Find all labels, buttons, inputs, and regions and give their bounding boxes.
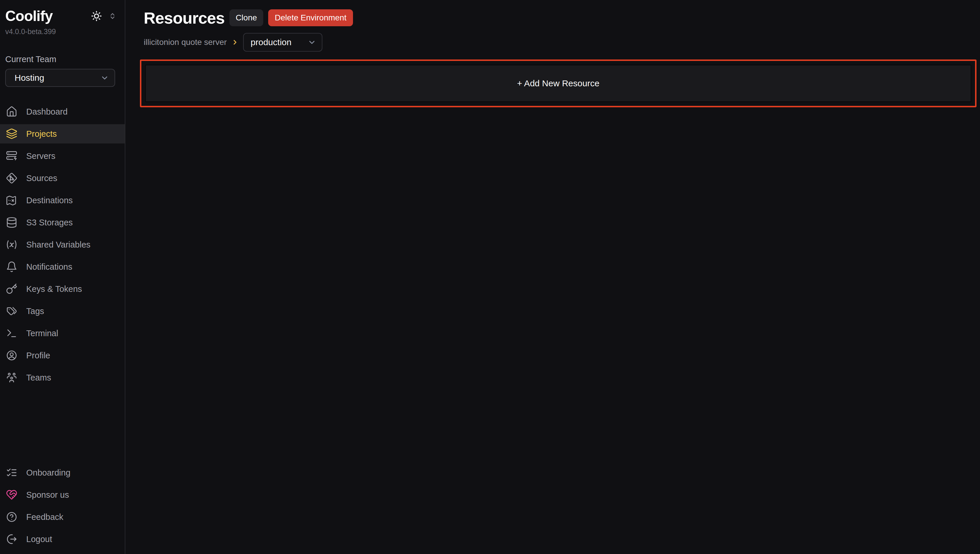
sidebar-item-destinations[interactable]: Destinations [0,191,125,210]
heart-handshake-icon [6,489,18,501]
map-icon [6,194,18,206]
sidebar-item-sponsor-us[interactable]: Sponsor us [0,485,125,505]
sidebar-item-notifications[interactable]: Notifications [0,257,125,276]
sidebar-item-onboarding[interactable]: Onboarding [0,463,125,482]
server-bolt-icon [6,150,18,162]
environment-select-value: production [251,37,291,47]
sidebar-item-label: Sources [26,174,57,183]
sidebar-footer-nav: OnboardingSponsor usFeedbackLogout [0,463,125,554]
sidebar-item-label: Projects [26,129,57,139]
sidebar-item-terminal[interactable]: Terminal [0,324,125,343]
add-resource-highlight-ring: + Add New Resource [140,59,977,107]
sidebar-item-teams[interactable]: Teams [0,368,125,387]
sidebar-item-label: S3 Storages [26,218,73,228]
sidebar-item-label: Onboarding [26,468,70,478]
sidebar: Coolify v4.0.0-beta.399 Current Team Hos… [0,0,125,554]
sidebar-nav: DashboardProjectsServersSourcesDestinati… [0,102,125,390]
theme-toggle-sun-icon[interactable] [91,10,103,22]
bell-icon [6,261,18,273]
home-icon [6,106,18,118]
sidebar-item-sources[interactable]: Sources [0,169,125,188]
sidebar-item-keys-tokens[interactable]: Keys & Tokens [0,279,125,299]
sidebar-item-label: Notifications [26,262,72,272]
sidebar-item-profile[interactable]: Profile [0,346,125,365]
delete-environment-button[interactable]: Delete Environment [268,10,353,26]
app-logo[interactable]: Coolify [5,8,52,24]
sidebar-item-shared-variables[interactable]: Shared Variables [0,235,125,254]
sidebar-item-servers[interactable]: Servers [0,146,125,166]
database-icon [6,217,18,228]
logout-icon [6,533,18,545]
users-group-icon [6,372,18,384]
sidebar-item-label: Profile [26,351,50,360]
sidebar-item-dashboard[interactable]: Dashboard [0,102,125,121]
header-row: Resources Clone Delete Environment [144,8,980,27]
chevron-down-icon [100,73,109,83]
sidebar-item-label: Logout [26,535,52,544]
chevron-down-icon [307,38,317,47]
sidebar-item-label: Destinations [26,196,73,205]
sidebar-item-label: Shared Variables [26,240,91,250]
variable-icon [6,239,18,250]
layers-icon [6,128,18,140]
terminal-icon [6,328,18,339]
breadcrumb-project[interactable]: illicitonion quote server [144,38,227,47]
main-content: Resources Clone Delete Environment illic… [125,0,980,554]
sidebar-item-feedback[interactable]: Feedback [0,507,125,527]
current-team-label: Current Team [0,36,125,64]
page-title: Resources [144,8,224,27]
sidebar-item-label: Terminal [26,329,58,338]
logo-icons [91,10,117,22]
team-select-value: Hosting [14,73,44,83]
chevrons-up-down-icon[interactable] [108,11,117,21]
sidebar-item-label: Dashboard [26,107,68,117]
sidebar-item-logout[interactable]: Logout [0,530,125,549]
sidebar-item-s3-storages[interactable]: S3 Storages [0,213,125,232]
git-diamond-icon [6,172,18,184]
help-circle-icon [6,511,18,523]
team-select[interactable]: Hosting [5,69,115,87]
key-icon [6,283,18,295]
add-new-resource-button[interactable]: + Add New Resource [145,65,971,102]
sidebar-item-label: Keys & Tokens [26,284,82,294]
sidebar-item-label: Sponsor us [26,490,69,500]
sidebar-item-label: Servers [26,151,56,161]
app-version: v4.0.0-beta.399 [0,24,125,36]
sidebar-item-label: Teams [26,373,51,382]
environment-select[interactable]: production [243,33,322,52]
sidebar-item-projects[interactable]: Projects [0,124,125,143]
logo-row: Coolify [0,0,125,24]
checklist-icon [6,467,18,479]
sidebar-item-label: Tags [26,306,44,316]
clone-button[interactable]: Clone [229,10,263,26]
sidebar-item-label: Feedback [26,512,63,522]
breadcrumb: illicitonion quote server production [144,33,980,52]
sidebar-item-tags[interactable]: Tags [0,301,125,321]
tags-icon [6,305,18,317]
user-circle-icon [6,350,18,361]
chevron-right-icon [231,38,239,46]
